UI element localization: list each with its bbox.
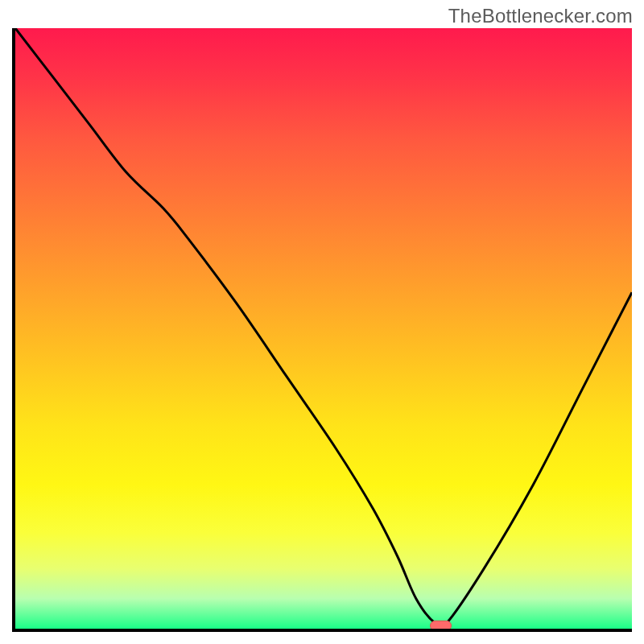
plot-area	[12, 28, 632, 632]
attribution-text: TheBottlenecker.com	[448, 5, 633, 27]
curve-svg	[15, 28, 632, 629]
chart-container: TheBottlenecker.com	[0, 0, 644, 644]
bottleneck-curve-path	[15, 28, 632, 628]
optimal-marker	[431, 621, 452, 629]
